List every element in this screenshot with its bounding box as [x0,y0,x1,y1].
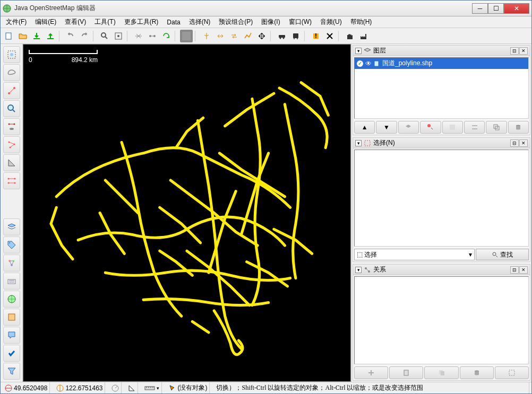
delete-button[interactable] [323,30,336,42]
layers-tool[interactable] [3,218,20,235]
pin-icon[interactable]: ⊟ [510,139,519,147]
svg-point-4 [101,33,106,37]
warning-button[interactable]: ! [310,30,322,42]
menu-edit[interactable]: 编辑(E) [32,16,59,28]
upload-button[interactable] [44,30,57,42]
preferences-button[interactable] [112,30,125,42]
reverse-button[interactable] [228,30,241,42]
menu-moretools[interactable]: 更多工具(R) [121,16,162,28]
panel-close-icon[interactable]: ✕ [519,139,528,147]
relation-icon [364,266,371,274]
visibility-button[interactable] [420,121,441,134]
menu-select[interactable]: 选择(N) [186,16,214,28]
delete-relation-button[interactable] [460,366,494,379]
changeset-tool[interactable] [3,309,20,326]
lasso-tool[interactable] [3,64,20,81]
align-button[interactable] [146,30,159,42]
combine-button[interactable] [214,30,227,42]
map-view[interactable]: 0894.2 km [23,44,351,382]
pan-button[interactable] [255,30,268,42]
panel-title: 选择(N) [373,138,508,147]
svg-point-41 [427,124,431,127]
car-icon[interactable] [276,30,288,42]
delete-tool[interactable] [3,118,20,135]
check-icon[interactable]: ✓ [357,60,363,67]
activate-button[interactable] [398,121,419,134]
download-button[interactable] [30,30,43,42]
map-tool[interactable] [3,291,20,308]
relation-tool[interactable] [3,255,20,272]
selection-tool[interactable] [3,273,20,290]
selection-icon [364,139,371,147]
duplicate-relation-button[interactable] [424,366,458,379]
edit-relation-button[interactable] [389,366,423,379]
move-up-button[interactable]: ▲ [354,121,375,134]
svg-rect-50 [404,370,408,375]
collapse-icon[interactable]: ▾ [355,267,362,273]
notes-tool[interactable] [3,327,20,344]
select-combo[interactable]: ⬚ 选择▾ [354,249,475,260]
select-tool[interactable] [3,46,20,63]
menu-help[interactable]: 帮助(H) [347,16,375,28]
merge-button[interactable] [464,121,485,134]
angle-tool[interactable] [3,154,20,171]
factory-icon[interactable] [357,30,370,42]
imagery-button[interactable] [180,30,193,42]
collapse-icon[interactable]: ▾ [355,140,362,146]
duplicate-button[interactable] [486,121,507,134]
find-button[interactable]: 查找 [476,249,529,260]
menu-tools[interactable]: 工具(T) [91,16,118,28]
lon-icon [56,384,64,392]
panel-close-icon[interactable]: ✕ [519,47,528,55]
parallel-tool[interactable] [3,172,20,189]
way-tool[interactable] [3,136,20,153]
validate-tool[interactable] [3,345,20,362]
selection-panel: ▾ 选择(N) ⊟ ✕ ⬚ 选择▾ 查找 [353,137,530,262]
maximize-button[interactable]: ☐ [488,3,504,14]
opacity-button[interactable] [442,121,463,134]
tag-tool[interactable] [3,237,20,253]
simplify-button[interactable] [242,30,254,42]
redo-button[interactable] [78,30,91,42]
file-icon [374,60,380,67]
pin-icon[interactable]: ⊟ [510,47,519,55]
pin-icon[interactable]: ⊟ [510,266,519,274]
new-button[interactable] [3,30,15,42]
delete-layer-button[interactable] [508,121,529,134]
collapse-icon[interactable]: ▾ [355,48,362,54]
menu-file[interactable]: 文件(F) [3,16,30,28]
undo-button[interactable] [64,30,77,42]
search-button[interactable] [98,30,111,42]
svg-rect-46 [365,141,370,146]
minimize-button[interactable]: ─ [472,3,488,14]
menu-presets[interactable]: 预设组合(P) [216,16,256,28]
move-down-button[interactable]: ▼ [376,121,397,134]
bus-icon[interactable] [289,30,302,42]
map-polylines [23,45,350,381]
menu-view[interactable]: 查看(V) [62,16,89,28]
menu-audio[interactable]: 音频(U) [317,16,345,28]
close-button[interactable]: ✕ [504,3,529,14]
layer-item[interactable]: ✓ 👁 国道_polyline.shp [355,58,528,69]
svg-point-14 [294,38,295,39]
panel-close-icon[interactable]: ✕ [519,266,528,274]
lat-icon [5,384,12,392]
cursor-icon [168,384,176,392]
menu-data[interactable]: Data [164,17,183,27]
wireframe-button[interactable] [132,30,145,42]
zoom-tool[interactable] [3,100,20,117]
relations-panel: ▾ 关系 ⊟ ✕ [353,264,530,381]
split-button[interactable] [200,30,213,42]
new-relation-button[interactable] [354,366,388,379]
eye-icon[interactable]: 👁 [365,60,372,67]
svg-rect-9 [182,32,191,40]
open-button[interactable] [16,30,29,42]
castle-icon[interactable] [344,30,356,42]
menu-window[interactable]: 窗口(W) [286,16,315,28]
menu-image[interactable]: 图像(I) [258,16,283,28]
select-relation-button[interactable] [495,366,529,379]
filter-tool[interactable] [3,363,20,380]
draw-tool[interactable] [3,82,20,99]
refresh-button[interactable] [160,30,173,42]
svg-point-15 [297,38,298,39]
